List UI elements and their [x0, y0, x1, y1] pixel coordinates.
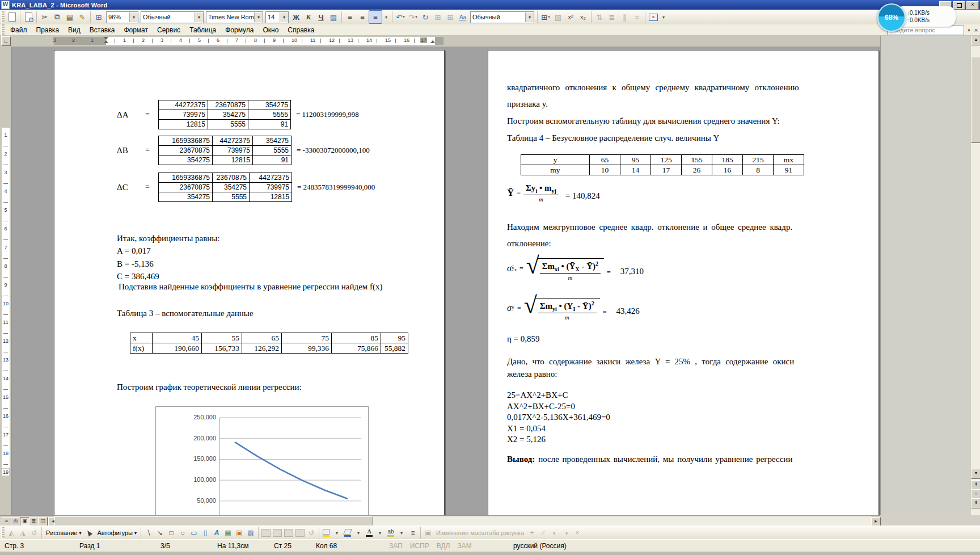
align-center-button[interactable]: ≡ [344, 11, 356, 23]
clip-art-button[interactable]: ▣ [234, 527, 245, 539]
hanging-indent-marker[interactable] [104, 40, 108, 43]
vertical-scrollbar[interactable]: ▲ ▼ ⇞ ○ ⇟ [971, 35, 980, 515]
font-size-combo[interactable]: 14 ▾ [265, 11, 289, 23]
font-color-button[interactable]: А [364, 527, 374, 539]
insert-picture-button-2[interactable]: ▨ [245, 527, 256, 539]
styles-and-formatting-button[interactable]: Аa [457, 11, 469, 23]
align-justify-button[interactable]: ≡ [369, 10, 382, 24]
arrow-tool-button[interactable]: ↘ [154, 527, 166, 539]
contrast-more-button[interactable]: ◐ [549, 527, 560, 539]
paste-button[interactable]: ▤ [64, 11, 76, 23]
question-dropdown[interactable]: ▾ [965, 26, 973, 35]
reset-picture-button[interactable]: × [572, 527, 583, 539]
menu-item[interactable]: Вид [64, 25, 85, 35]
matrix-table-b[interactable]: 1659336875442723753542752367087573997555… [158, 136, 292, 165]
normal-view-button[interactable]: ≡ [2, 517, 11, 526]
menu-item[interactable]: Правка [32, 25, 64, 35]
right-indent-marker[interactable] [430, 40, 435, 43]
text-frame-button[interactable] [647, 11, 660, 23]
matrix-table-a[interactable]: 4427237523670875354275739975354275555512… [158, 100, 291, 129]
print-preview-button[interactable] [22, 11, 35, 23]
text-box-button[interactable]: ▭ [188, 527, 200, 539]
menu-item[interactable]: Справка [283, 25, 319, 35]
status-flag[interactable]: ЗАМ [457, 542, 471, 550]
status-flag[interactable]: ВДЛ [437, 542, 450, 550]
status-flag[interactable]: ИСПР [410, 542, 429, 550]
next-page-button[interactable]: ⇟ [971, 498, 980, 508]
line-color-dropdown[interactable]: ▾ [353, 527, 364, 539]
scale-picture-button[interactable]: ▣ [423, 527, 434, 539]
menu-item[interactable]: Окно [258, 25, 283, 35]
picture-tool-button-2[interactable]: ◮ [17, 527, 28, 539]
print-layout-button[interactable]: ▣ [20, 517, 29, 526]
diagram-button[interactable]: ▦ [222, 527, 234, 539]
equation-button[interactable]: ≈ [631, 11, 643, 23]
menu-item[interactable]: Таблица [185, 25, 221, 35]
copy-button[interactable]: ⧉ [51, 11, 64, 23]
question-close[interactable]: × [973, 26, 979, 35]
menu-item[interactable]: Вставка [85, 25, 120, 35]
bold-button[interactable]: Ж [290, 11, 302, 23]
columns-button[interactable]: ∥ [618, 11, 631, 23]
repeat-button[interactable]: ↻ [419, 11, 432, 23]
free-rotate-button[interactable]: ↺ [306, 527, 317, 539]
wordart-button[interactable]: А [211, 527, 222, 539]
toolbar-options-button-2[interactable]: ▾ [660, 11, 668, 23]
matrix-table-c[interactable]: 1659336875236708754427237523670875354275… [158, 173, 292, 202]
sort-button[interactable]: ⇅ [593, 11, 606, 23]
network-speed-panel[interactable]: ↓0.1KB/s ↑0.0KB/s [898, 6, 956, 27]
horizontal-ruler[interactable]: ∟ 321 12345678910111213141516 17 [0, 35, 880, 47]
menu-item[interactable]: Файл [6, 25, 32, 35]
undo-button[interactable]: ↶▾ [394, 11, 407, 23]
document-page-right[interactable]: квадратичного отклонения к общему средне… [488, 50, 879, 515]
redo-button[interactable]: ↷▾ [407, 11, 419, 23]
crosshair-button[interactable]: + [526, 527, 538, 539]
cut-button[interactable]: ✂ [39, 11, 51, 23]
outline-view-button[interactable]: ≣ [29, 517, 39, 526]
group-button[interactable] [261, 529, 271, 537]
fill-color-dropdown[interactable]: ▾ [331, 527, 343, 539]
regression-chart[interactable]: 250,000200,000150,000100,00050,000 [155, 406, 369, 515]
order-button[interactable] [284, 529, 293, 537]
status-flag[interactable]: ЗАП [389, 542, 403, 550]
highlight-button[interactable]: ab [386, 527, 396, 539]
italic-button[interactable]: К [302, 11, 315, 23]
scroll-right-button[interactable]: ▸ [871, 517, 881, 526]
table3[interactable]: x455565758595f(x)190,660156,733126,29299… [130, 333, 408, 354]
scroll-down-button[interactable]: ▼ [971, 469, 980, 479]
first-line-indent-marker[interactable] [104, 37, 108, 40]
toolbar-drag-handle[interactable] [1, 527, 5, 539]
menu-item[interactable]: Сервис [153, 25, 185, 35]
style-combo-2[interactable]: Обычный ▾ [470, 11, 534, 23]
align-right-button[interactable]: ≡ [356, 11, 369, 23]
picture-tool-button[interactable]: ◭ [6, 527, 17, 539]
vertical-scroll-thumb[interactable] [971, 57, 980, 143]
superscript-button[interactable]: x² [564, 11, 577, 23]
document-page-left[interactable]: ΔA = 44272375236708753542757399753542755… [54, 50, 445, 515]
rotate-button[interactable]: ↺ [28, 527, 40, 539]
subscript-button[interactable]: x₂ [577, 11, 589, 23]
new-document-button[interactable] [6, 11, 18, 23]
format-painter-button[interactable]: ✎ [76, 11, 88, 23]
insert-table-button[interactable]: ⊞ [92, 11, 105, 23]
style-combo[interactable]: Обычный ▾ [141, 11, 204, 23]
table-autoformat-button[interactable]: ⊞ [444, 11, 457, 23]
toolbar-drag-handle[interactable] [1, 11, 5, 23]
ruler-right-margin[interactable] [435, 37, 443, 45]
pen-button[interactable]: ∕ [538, 527, 549, 539]
font-combo[interactable]: Times New Rom ▾ [206, 11, 263, 23]
close-button[interactable]: × [966, 1, 979, 10]
menu-item[interactable]: Формула [221, 25, 258, 35]
line-style-button[interactable]: ≡ [407, 527, 419, 539]
menubar-drag-handle[interactable] [1, 24, 5, 36]
horizontal-scrollbar[interactable]: ≡ ◎ ▣ ≣ ◫ ◂ ▸ [0, 515, 880, 526]
highlight-dropdown[interactable]: ▾ [396, 527, 407, 539]
grid-settings-button[interactable] [295, 529, 305, 537]
table4[interactable]: y6595125155185215mxmy1014172616891 [521, 154, 804, 175]
restore-button[interactable] [953, 1, 965, 10]
menu-item[interactable]: Формат [119, 25, 153, 35]
ruler-left-margin[interactable] [54, 37, 106, 45]
zoom-combo[interactable]: 96% ▾ [106, 11, 138, 23]
line-color-button[interactable] [343, 527, 353, 539]
ungroup-button[interactable] [273, 529, 282, 537]
